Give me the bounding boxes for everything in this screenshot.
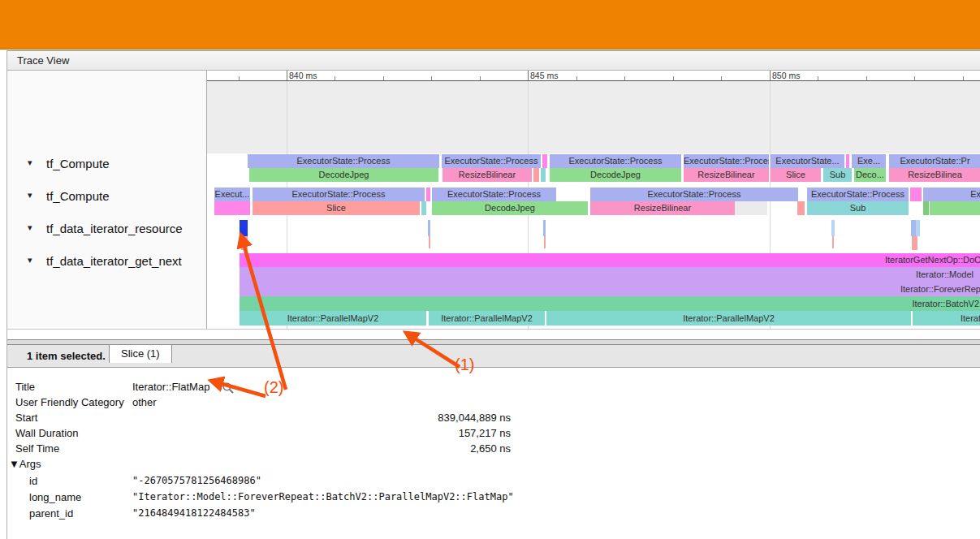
minor-tick bbox=[335, 76, 335, 80]
trace-slice-slice[interactable]: Slice bbox=[253, 201, 420, 215]
trace-slice-sub[interactable]: Sub bbox=[823, 168, 852, 182]
minor-tick bbox=[914, 76, 915, 80]
collapse-triangle-icon[interactable]: ▾ bbox=[28, 157, 32, 168]
trace-slice[interactable] bbox=[544, 236, 546, 248]
track-label: tf_data_iterator_resource bbox=[46, 222, 183, 235]
trace-slice[interactable] bbox=[240, 220, 248, 236]
track-label: tf_data_iterator_get_next bbox=[46, 254, 182, 268]
trace-slice[interactable] bbox=[923, 201, 929, 215]
trace-slice[interactable] bbox=[214, 201, 250, 215]
trace-slice[interactable] bbox=[832, 236, 834, 248]
minor-tick bbox=[576, 76, 577, 80]
trace-slice-resizebilinear[interactable]: ResizeBilinear bbox=[684, 168, 769, 182]
trace-slice[interactable] bbox=[916, 220, 920, 236]
trace-slice[interactable] bbox=[912, 236, 917, 250]
trace-slice-iterat[interactable]: Iterat bbox=[913, 311, 980, 326]
minor-tick bbox=[239, 76, 240, 80]
selection-summary: 1 item selected. bbox=[27, 350, 106, 362]
trace-slice-executorstate-process[interactable]: ExecutorState::Process bbox=[442, 154, 541, 168]
trace-slice-iterator-batchv2[interactable]: Iterator::BatchV2 bbox=[240, 296, 980, 311]
trace-area: ▾tf_Compute▾tf_Compute▾tf_data_iterator_… bbox=[7, 71, 980, 330]
trace-slice-executorstate-[interactable]: ExecutorState... bbox=[771, 154, 844, 168]
collapse-triangle-icon[interactable]: ▾ bbox=[28, 255, 32, 265]
trace-slice[interactable] bbox=[428, 220, 430, 236]
trace-slice[interactable] bbox=[421, 201, 426, 215]
trace-slice-decodejpeg[interactable]: DecodeJpeg bbox=[432, 201, 588, 215]
collapse-triangle-icon[interactable]: ▾ bbox=[28, 190, 32, 201]
trace-slice-exe-[interactable]: Exe... bbox=[852, 154, 886, 168]
field-label: Wall Duration bbox=[15, 427, 79, 439]
sidebar-track-tf_Compute-0[interactable]: ▾tf_Compute bbox=[7, 157, 206, 171]
minor-tick bbox=[963, 76, 964, 80]
args-label: ▼Args bbox=[9, 458, 41, 470]
trace-slice-executorstate-process[interactable]: ExecutorState::Process bbox=[684, 154, 769, 168]
sidebar-track-tf_data_iterator_resource-2[interactable]: ▾tf_data_iterator_resource bbox=[7, 222, 206, 236]
tab-slice[interactable]: Slice (1) bbox=[109, 344, 172, 363]
trace-slice[interactable] bbox=[241, 236, 248, 250]
minor-tick bbox=[721, 76, 722, 80]
trace-slice[interactable] bbox=[429, 236, 430, 248]
trace-slice-ex[interactable]: Ex bbox=[923, 188, 980, 201]
trace-slice-iterator-foreverrep[interactable]: Iterator::ForeverRep bbox=[240, 282, 980, 296]
trace-slice[interactable] bbox=[910, 188, 922, 201]
trace-slice-slice[interactable]: Slice bbox=[771, 168, 821, 182]
trace-slice-decodejpeg[interactable]: DecodeJpeg bbox=[550, 168, 681, 182]
trace-slice-executorstate-process[interactable]: ExecutorState::Process bbox=[248, 154, 439, 168]
trace-viewer-app: Trace View ▾tf_Compute▾tf_Compute▾tf_dat… bbox=[0, 0, 980, 539]
arg-value-long-name: "Iterator::Model::ForeverRepeat::BatchV2… bbox=[132, 491, 514, 502]
collapse-triangle-icon[interactable]: ▾ bbox=[28, 222, 32, 233]
field-row-category: User Friendly Category other bbox=[7, 396, 576, 411]
trace-slice[interactable] bbox=[426, 188, 430, 201]
trace-slice-decodejpeg[interactable]: DecodeJpeg bbox=[249, 168, 438, 182]
trace-slice-resizebilinear[interactable]: ResizeBilinear bbox=[590, 201, 735, 215]
annotation-label-2: (2) bbox=[264, 378, 283, 397]
trace-slice[interactable] bbox=[735, 201, 767, 215]
trace-slice[interactable] bbox=[541, 168, 546, 182]
field-value-title: Iterator::FlatMap bbox=[132, 381, 209, 393]
minor-tick bbox=[480, 76, 481, 80]
major-tick bbox=[287, 71, 287, 80]
args-section-toggle[interactable]: ▼Args bbox=[7, 458, 576, 472]
trace-slice[interactable] bbox=[542, 154, 547, 168]
trace-slice-sub[interactable]: Sub bbox=[807, 201, 909, 215]
trace-view-title: Trace View bbox=[17, 54, 69, 67]
trace-slice[interactable] bbox=[533, 168, 539, 182]
trace-slice-iterator-parallelmapv2[interactable]: Iterator::ParallelMapV2 bbox=[429, 311, 545, 326]
timeline-area[interactable]: 840 ms845 ms850 ms ExecutorState::Proces… bbox=[207, 71, 980, 329]
sidebar-track-tf_data_iterator_get_next-3[interactable]: ▾tf_data_iterator_get_next bbox=[7, 254, 206, 269]
arg-key: id bbox=[29, 475, 37, 487]
trace-slice[interactable] bbox=[930, 201, 980, 215]
ruler-time-label: 850 ms bbox=[772, 71, 800, 80]
trace-slice[interactable] bbox=[797, 201, 805, 215]
trace-slice-iteratorgetnextop-doc[interactable]: IteratorGetNextOp::DoC bbox=[240, 253, 980, 267]
trace-slice-executorstate-process[interactable]: ExecutorState::Process bbox=[253, 188, 425, 201]
field-label: User Friendly Category bbox=[15, 396, 124, 408]
trace-slice-iterator-model[interactable]: Iterator::Model bbox=[240, 267, 980, 282]
details-panel: 1 item selected. Slice (1) Title Iterato… bbox=[7, 339, 980, 539]
trace-slice-iterator-parallelmapv2[interactable]: Iterator::ParallelMapV2 bbox=[240, 311, 426, 326]
trace-slice-executorstate-pr[interactable]: ExecutorState::Pr bbox=[889, 154, 980, 168]
trace-slice-executorstate-process[interactable]: ExecutorState::Process bbox=[807, 188, 909, 201]
trace-slice[interactable] bbox=[831, 220, 835, 236]
trace-slice-deco-[interactable]: Deco... bbox=[854, 168, 886, 182]
track-label: tf_Compute bbox=[46, 157, 110, 170]
timeline-empty-band bbox=[207, 81, 980, 153]
arg-key: parent_id bbox=[29, 507, 73, 520]
arg-row-id: id "-2670575781256468986" bbox=[7, 475, 576, 489]
trace-slice-executorstate-process[interactable]: ExecutorState::Process bbox=[590, 188, 798, 201]
trace-slice[interactable] bbox=[543, 220, 546, 236]
field-label: Start bbox=[15, 412, 37, 424]
magnifier-icon[interactable] bbox=[222, 382, 235, 395]
trace-slice-executorstate-process[interactable]: ExecutorState::Process bbox=[432, 188, 556, 201]
trace-slice-execut-[interactable]: Execut... bbox=[214, 188, 250, 201]
trace-slice-iterator-parallelmapv2[interactable]: Iterator::ParallelMapV2 bbox=[546, 311, 911, 326]
annotation-label-1: (1) bbox=[455, 356, 474, 374]
field-label: Title bbox=[15, 381, 35, 393]
trace-slice-resizebilinear[interactable]: ResizeBilinear bbox=[443, 168, 532, 182]
trace-slice-resizebilinea[interactable]: ResizeBilinea bbox=[889, 168, 980, 182]
trace-slice[interactable] bbox=[846, 154, 849, 168]
sidebar-track-tf_Compute-1[interactable]: ▾tf_Compute bbox=[7, 189, 206, 204]
track-label: tf_Compute bbox=[46, 189, 110, 203]
trace-slice-executorstate-process[interactable]: ExecutorState::Process bbox=[550, 154, 681, 168]
ruler-time-label: 845 ms bbox=[530, 71, 558, 80]
